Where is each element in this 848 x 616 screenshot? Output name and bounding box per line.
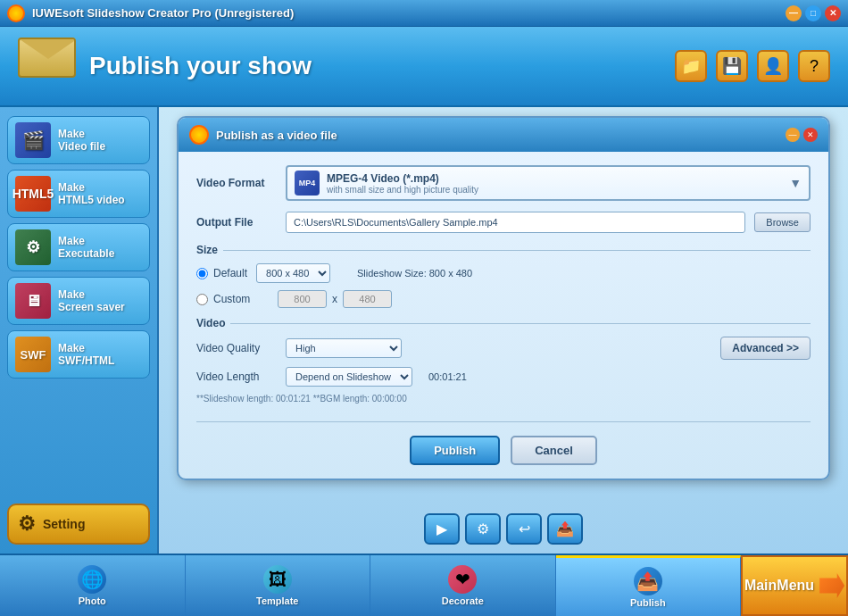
browse-button[interactable]: Browse [754, 212, 811, 232]
nav-icon-decorate: ❤ [448, 565, 477, 594]
main-menu-arrow-icon [819, 573, 844, 598]
toolbar-settings-button[interactable]: ⚙ [465, 513, 501, 545]
length-label: Video Length [196, 370, 277, 383]
sidebar-item-html5[interactable]: HTML5 Make HTML5 video [7, 170, 150, 218]
dialog-overlay: Publish as a video file — ✕ Video Format [177, 116, 830, 480]
dialog-title: Publish as a video file [216, 129, 337, 142]
default-radio-label[interactable]: Default [196, 267, 247, 279]
format-name: MPEG-4 Video (*.mp4) [327, 172, 782, 185]
dialog-close-button[interactable]: ✕ [803, 128, 818, 142]
cancel-button[interactable]: Cancel [511, 436, 597, 465]
custom-width-input[interactable] [278, 290, 327, 308]
nav-icon-publish: 📤 [634, 567, 662, 595]
video-format-label: Video Format [196, 177, 277, 189]
sidebar-item-exec[interactable]: ⚙ Make Executable [7, 223, 150, 271]
restore-button[interactable]: □ [805, 5, 821, 21]
user-icon-btn[interactable]: 👤 [757, 50, 789, 82]
default-size-row: Default 800 x 480 Slideshow Size: 800 x … [196, 263, 811, 283]
folder-icon-btn[interactable]: 📁 [675, 50, 707, 82]
publish-button[interactable]: Publish [410, 436, 500, 465]
toolbar-export-button[interactable]: 📤 [547, 513, 583, 545]
video-format-row: Video Format MP4 MPEG-4 Video (*.mp4) wi… [196, 165, 811, 201]
dialog-minimize-button[interactable]: — [786, 128, 800, 142]
quality-select[interactable]: High Medium Low [286, 338, 402, 358]
dialog-title-left: Publish as a video file [189, 125, 337, 145]
default-size-select[interactable]: 800 x 480 [256, 263, 330, 283]
format-icon: MP4 [295, 171, 320, 196]
video-format-select[interactable]: MP4 MPEG-4 Video (*.mp4) with small size… [286, 165, 811, 201]
save-icon-btn[interactable]: 💾 [716, 50, 748, 82]
output-file-row: Output File Browse [196, 212, 811, 233]
sidebar: 🎬 Make Video file HTML5 Make HTML5 video… [0, 107, 159, 554]
content-toolbar: ▶ ⚙ ↩ 📤 [159, 513, 848, 545]
dialog-content: Video Format MP4 MPEG-4 Video (*.mp4) wi… [179, 152, 828, 479]
bottom-nav: 🌐 Photo 🖼 Template ❤ Decorate 📤 Publish … [0, 554, 848, 616]
length-select[interactable]: Depend on Slideshow Custom [286, 367, 412, 387]
format-dropdown-arrow: ▼ [789, 176, 802, 190]
nav-icon-template: 🖼 [263, 565, 292, 594]
nav-item-photo[interactable]: 🌐 Photo [0, 555, 186, 616]
output-file-label: Output File [196, 216, 277, 229]
app-icon [7, 4, 25, 22]
help-icon-btn[interactable]: ? [798, 50, 830, 82]
setting-label: Setting [43, 517, 85, 531]
header-left: Publish your show [18, 37, 312, 96]
logo-envelope [18, 37, 76, 78]
video-length-row: Video Length Depend on Slideshow Custom … [196, 367, 811, 387]
quality-label: Video Quality [196, 342, 277, 354]
custom-x-separator: x [332, 293, 337, 305]
close-button[interactable]: ✕ [825, 5, 841, 21]
nav-item-decorate[interactable]: ❤ Decorate [370, 555, 556, 616]
video-section-header: Video [196, 317, 811, 329]
default-label: Default [213, 267, 247, 279]
custom-height-input[interactable] [343, 290, 392, 308]
main-menu-button[interactable]: MainMenu [741, 555, 848, 616]
title-bar-left: IUWEsoft Slideshow Creator Pro (Unregist… [7, 4, 294, 22]
size-section-header: Size [196, 244, 811, 256]
video-section: Video Video Quality High Medium Low Adva… [196, 317, 811, 404]
title-bar: IUWEsoft Slideshow Creator Pro (Unregist… [0, 0, 848, 27]
sidebar-label-html5: Make HTML5 video [58, 181, 125, 206]
default-radio[interactable] [196, 268, 208, 279]
sidebar-item-video[interactable]: 🎬 Make Video file [7, 116, 150, 164]
sidebar-label-exec: Make Executable [58, 235, 114, 260]
dialog-controls: — ✕ [786, 128, 818, 142]
publish-dialog: Publish as a video file — ✕ Video Format [177, 116, 830, 480]
screen-icon: 🖥 [15, 283, 51, 319]
app-header: Publish your show 📁 💾 👤 ? [0, 27, 848, 107]
setting-icon: ⚙ [18, 512, 36, 536]
html5-icon: HTML5 [15, 176, 51, 212]
format-desc: with small size and high picture quality [327, 185, 782, 195]
nav-item-template[interactable]: 🖼 Template [186, 555, 371, 616]
sidebar-label-swf: Make SWF/HTML [58, 342, 114, 367]
sidebar-label-screen: Make Screen saver [58, 288, 125, 313]
output-file-input[interactable] [286, 212, 745, 233]
video-quality-row: Video Quality High Medium Low Advanced >… [196, 337, 811, 360]
length-time-value: 00:01:21 [428, 371, 467, 382]
custom-size-row: Custom x [196, 290, 811, 308]
toolbar-play-button[interactable]: ▶ [424, 513, 460, 545]
dialog-title-bar: Publish as a video file — ✕ [179, 118, 828, 152]
setting-button[interactable]: ⚙ Setting [7, 504, 150, 545]
toolbar-back-button[interactable]: ↩ [506, 513, 542, 545]
header-title: Publish your show [89, 52, 312, 80]
nav-item-publish[interactable]: 📤 Publish [556, 555, 742, 616]
custom-radio-label[interactable]: Custom [196, 293, 272, 305]
main-area: 🎬 Make Video file HTML5 Make HTML5 video… [0, 107, 848, 554]
format-text: MPEG-4 Video (*.mp4) with small size and… [327, 172, 782, 195]
sidebar-item-swf[interactable]: SWF Make SWF/HTML [7, 330, 150, 379]
nav-label-template: Template [256, 595, 298, 606]
minimize-button[interactable]: — [786, 5, 802, 21]
custom-radio[interactable] [196, 294, 208, 305]
nav-label-photo: Photo [79, 595, 106, 606]
app-title: IUWEsoft Slideshow Creator Pro (Unregist… [32, 6, 294, 20]
slideshow-size-text: Slideshow Size: 800 x 480 [357, 268, 472, 279]
swf-icon: SWF [15, 337, 51, 372]
advanced-button[interactable]: Advanced >> [720, 337, 811, 360]
header-icons: 📁 💾 👤 ? [675, 50, 830, 82]
nav-label-publish: Publish [630, 597, 666, 608]
video-icon: 🎬 [15, 122, 51, 158]
custom-label: Custom [213, 293, 250, 305]
info-text: **Slideshow length: 00:01:21 **BGM lengt… [196, 394, 811, 404]
sidebar-item-screen[interactable]: 🖥 Make Screen saver [7, 277, 150, 325]
